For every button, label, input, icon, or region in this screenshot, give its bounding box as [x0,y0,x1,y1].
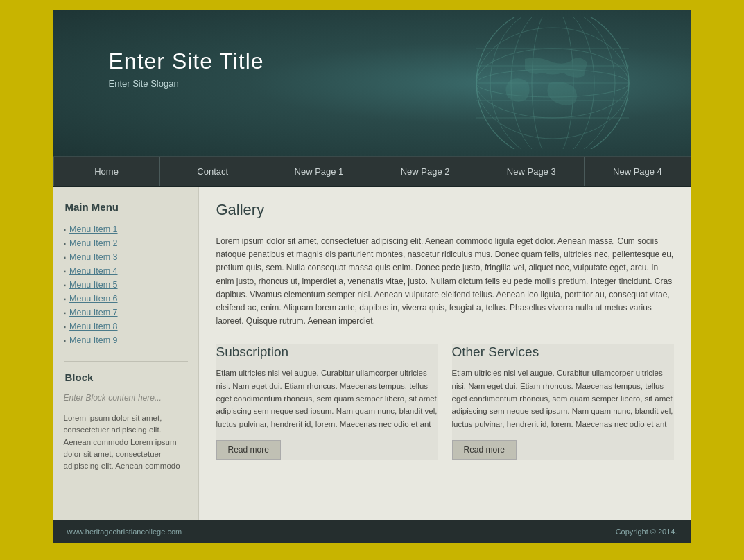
menu-item-4: Menu Item 5 [64,278,188,292]
content-wrapper: Main Menu Menu Item 1Menu Item 2Menu Ite… [53,187,691,520]
menu-item-3: Menu Item 4 [64,264,188,278]
nav-link-5[interactable]: New Page 4 [585,157,690,186]
menu-link-6[interactable]: Menu Item 7 [69,308,117,317]
block-lorem-text: Lorem ipsum dolor sit amet, consectetuer… [64,412,188,472]
block-placeholder: Enter Block content here... [64,393,188,403]
menu-link-5[interactable]: Menu Item 6 [69,294,117,304]
gallery-divider [216,225,674,225]
menu-item-8: Menu Item 9 [64,333,188,347]
main-menu-title: Main Menu [64,201,188,213]
site-title: Enter Site Title [109,49,264,74]
header-text: Enter Site Title Enter Site Slogan [109,49,264,89]
nav-link-3[interactable]: New Page 2 [372,157,478,186]
gallery-title: Gallery [216,201,674,219]
subscription-block: Subscription Etiam ultricies nisi vel au… [216,344,438,460]
menu-link-7[interactable]: Menu Item 8 [69,322,117,331]
footer: www.heritagechristiancollege.com Copyrig… [53,520,691,543]
nav-item-3: New Page 2 [372,157,478,186]
menu-item-1: Menu Item 2 [64,236,188,250]
nav: HomeContactNew Page 1New Page 2New Page … [53,156,691,187]
menu-item-5: Menu Item 6 [64,292,188,306]
nav-item-2: New Page 1 [266,157,372,186]
menu-link-0[interactable]: Menu Item 1 [69,225,117,234]
header: Enter Site Title Enter Site Slogan [53,10,691,156]
block-title: Block [64,371,188,383]
menu-link-4[interactable]: Menu Item 5 [69,280,117,290]
other-services-title: Other Services [452,344,674,360]
footer-url: www.heritagechristiancollege.com [67,527,182,536]
nav-item-1: Contact [160,157,266,186]
menu-list: Menu Item 1Menu Item 2Menu Item 3Menu It… [64,222,188,347]
subscription-read-more[interactable]: Read more [216,440,281,460]
menu-link-8[interactable]: Menu Item 9 [69,335,117,345]
other-services-block: Other Services Etiam ultricies nisi vel … [452,344,674,460]
site-slogan: Enter Site Slogan [109,78,264,89]
menu-link-3[interactable]: Menu Item 4 [69,266,117,276]
nav-list: HomeContactNew Page 1New Page 2New Page … [53,157,691,186]
menu-item-6: Menu Item 7 [64,306,188,320]
main-content: Gallery Lorem ipsum dolor sit amet, cons… [199,187,691,520]
menu-item-7: Menu Item 8 [64,320,188,333]
nav-item-0: Home [53,157,160,186]
sidebar: Main Menu Menu Item 1Menu Item 2Menu Ite… [53,187,199,520]
menu-link-2[interactable]: Menu Item 3 [69,252,117,262]
globe-icon [442,17,650,149]
nav-link-1[interactable]: Contact [160,157,266,186]
nav-link-0[interactable]: Home [54,157,159,186]
gallery-section: Gallery Lorem ipsum dolor sit amet, cons… [216,201,674,328]
footer-copyright: Copyright © 2014. [616,527,677,536]
other-services-read-more[interactable]: Read more [452,440,517,460]
outer-wrapper: Enter Site Title Enter Site Slogan HomeC… [53,10,691,543]
menu-item-0: Menu Item 1 [64,222,188,236]
menu-link-1[interactable]: Menu Item 2 [69,238,117,248]
nav-link-4[interactable]: New Page 3 [478,157,584,186]
two-col: Subscription Etiam ultricies nisi vel au… [216,344,674,460]
nav-item-5: New Page 4 [585,157,691,186]
main-menu: Main Menu Menu Item 1Menu Item 2Menu Ite… [64,201,188,347]
nav-link-2[interactable]: New Page 1 [266,157,372,186]
gallery-text: Lorem ipsum dolor sit amet, consectetuer… [216,235,674,328]
subscription-text: Etiam ultricies nisi vel augue. Curabitu… [216,367,438,430]
other-services-text: Etiam ultricies nisi vel augue. Curabitu… [452,367,674,430]
subscription-title: Subscription [216,344,438,360]
block-section: Block Enter Block content here... Lorem … [64,361,188,472]
menu-item-2: Menu Item 3 [64,250,188,264]
nav-item-4: New Page 3 [478,157,585,186]
